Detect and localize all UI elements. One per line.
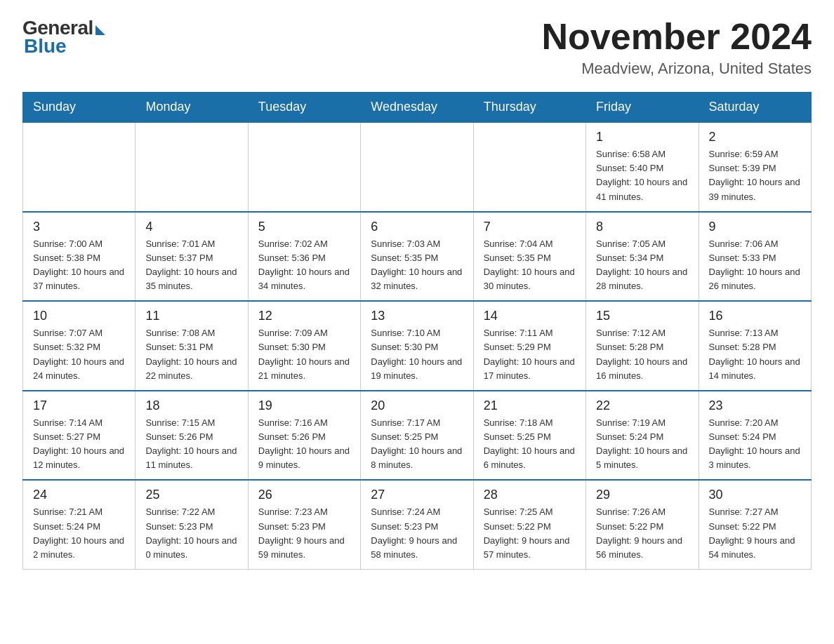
day-info: Sunrise: 7:11 AM Sunset: 5:29 PM Dayligh… (484, 326, 576, 383)
day-number: 21 (484, 398, 576, 413)
day-number: 29 (596, 488, 688, 502)
day-info: Sunrise: 7:27 AM Sunset: 5:22 PM Dayligh… (709, 505, 801, 562)
day-number: 24 (33, 488, 125, 502)
day-info: Sunrise: 7:00 AM Sunset: 5:38 PM Dayligh… (33, 237, 125, 294)
day-number: 13 (371, 309, 463, 323)
day-number: 30 (709, 488, 801, 502)
day-number: 28 (484, 488, 576, 502)
day-number: 18 (145, 398, 237, 413)
day-number: 7 (484, 220, 576, 234)
day-info: Sunrise: 7:16 AM Sunset: 5:26 PM Dayligh… (258, 416, 350, 473)
day-info: Sunrise: 7:21 AM Sunset: 5:24 PM Dayligh… (33, 505, 125, 562)
month-title: November 2024 (542, 17, 812, 57)
calendar-cell (248, 122, 360, 212)
calendar-cell: 6Sunrise: 7:03 AM Sunset: 5:35 PM Daylig… (361, 212, 473, 302)
calendar-cell: 5Sunrise: 7:02 AM Sunset: 5:36 PM Daylig… (248, 212, 360, 302)
day-info: Sunrise: 7:19 AM Sunset: 5:24 PM Dayligh… (596, 416, 688, 473)
calendar-cell: 22Sunrise: 7:19 AM Sunset: 5:24 PM Dayli… (586, 391, 699, 481)
calendar-cell: 18Sunrise: 7:15 AM Sunset: 5:26 PM Dayli… (135, 391, 248, 481)
calendar-cell: 4Sunrise: 7:01 AM Sunset: 5:37 PM Daylig… (135, 212, 248, 302)
day-info: Sunrise: 7:15 AM Sunset: 5:26 PM Dayligh… (145, 416, 237, 473)
calendar-cell (361, 122, 473, 212)
day-number: 2 (709, 130, 801, 145)
day-info: Sunrise: 7:02 AM Sunset: 5:36 PM Dayligh… (258, 237, 350, 294)
logo: General Blue (22, 17, 105, 58)
calendar-cell: 23Sunrise: 7:20 AM Sunset: 5:24 PM Dayli… (699, 391, 811, 481)
day-info: Sunrise: 7:23 AM Sunset: 5:23 PM Dayligh… (258, 505, 350, 562)
calendar-cell (473, 122, 585, 212)
calendar-cell: 10Sunrise: 7:07 AM Sunset: 5:32 PM Dayli… (23, 301, 135, 391)
day-number: 16 (709, 309, 801, 323)
day-number: 22 (596, 398, 688, 413)
calendar-week-row: 24Sunrise: 7:21 AM Sunset: 5:24 PM Dayli… (23, 480, 812, 569)
day-info: Sunrise: 7:18 AM Sunset: 5:25 PM Dayligh… (484, 416, 576, 473)
day-info: Sunrise: 7:13 AM Sunset: 5:28 PM Dayligh… (709, 326, 801, 383)
calendar-cell: 19Sunrise: 7:16 AM Sunset: 5:26 PM Dayli… (248, 391, 360, 481)
column-header-thursday: Thursday (473, 93, 585, 123)
day-number: 12 (258, 309, 350, 323)
calendar-cell: 8Sunrise: 7:05 AM Sunset: 5:34 PM Daylig… (586, 212, 699, 302)
day-info: Sunrise: 7:06 AM Sunset: 5:33 PM Dayligh… (709, 237, 801, 294)
day-info: Sunrise: 7:07 AM Sunset: 5:32 PM Dayligh… (33, 326, 125, 383)
calendar-header-row: SundayMondayTuesdayWednesdayThursdayFrid… (23, 93, 812, 123)
calendar-cell: 17Sunrise: 7:14 AM Sunset: 5:27 PM Dayli… (23, 391, 135, 481)
day-info: Sunrise: 7:17 AM Sunset: 5:25 PM Dayligh… (371, 416, 463, 473)
column-header-wednesday: Wednesday (361, 93, 473, 123)
calendar-cell: 30Sunrise: 7:27 AM Sunset: 5:22 PM Dayli… (699, 480, 811, 569)
day-info: Sunrise: 7:25 AM Sunset: 5:22 PM Dayligh… (484, 505, 576, 562)
calendar-cell: 20Sunrise: 7:17 AM Sunset: 5:25 PM Dayli… (361, 391, 473, 481)
day-number: 8 (596, 220, 688, 234)
column-header-tuesday: Tuesday (248, 93, 360, 123)
logo-blue-text: Blue (24, 35, 67, 58)
day-number: 5 (258, 220, 350, 234)
logo-arrow-icon (95, 25, 105, 35)
day-number: 26 (258, 488, 350, 502)
day-number: 20 (371, 398, 463, 413)
location-subtitle: Meadview, Arizona, United States (542, 60, 812, 78)
calendar-cell: 12Sunrise: 7:09 AM Sunset: 5:30 PM Dayli… (248, 301, 360, 391)
day-info: Sunrise: 7:05 AM Sunset: 5:34 PM Dayligh… (596, 237, 688, 294)
calendar-cell: 24Sunrise: 7:21 AM Sunset: 5:24 PM Dayli… (23, 480, 135, 569)
calendar-cell: 13Sunrise: 7:10 AM Sunset: 5:30 PM Dayli… (361, 301, 473, 391)
calendar-week-row: 17Sunrise: 7:14 AM Sunset: 5:27 PM Dayli… (23, 391, 812, 481)
day-number: 11 (145, 309, 237, 323)
column-header-saturday: Saturday (699, 93, 811, 123)
day-number: 27 (371, 488, 463, 502)
calendar-cell: 15Sunrise: 7:12 AM Sunset: 5:28 PM Dayli… (586, 301, 699, 391)
calendar-cell: 28Sunrise: 7:25 AM Sunset: 5:22 PM Dayli… (473, 480, 585, 569)
day-info: Sunrise: 7:20 AM Sunset: 5:24 PM Dayligh… (709, 416, 801, 473)
day-info: Sunrise: 7:24 AM Sunset: 5:23 PM Dayligh… (371, 505, 463, 562)
calendar-cell: 25Sunrise: 7:22 AM Sunset: 5:23 PM Dayli… (135, 480, 248, 569)
title-area: November 2024 Meadview, Arizona, United … (542, 17, 812, 78)
day-info: Sunrise: 7:03 AM Sunset: 5:35 PM Dayligh… (371, 237, 463, 294)
calendar-cell: 29Sunrise: 7:26 AM Sunset: 5:22 PM Dayli… (586, 480, 699, 569)
day-number: 25 (145, 488, 237, 502)
calendar-week-row: 10Sunrise: 7:07 AM Sunset: 5:32 PM Dayli… (23, 301, 812, 391)
day-info: Sunrise: 7:08 AM Sunset: 5:31 PM Dayligh… (145, 326, 237, 383)
column-header-sunday: Sunday (23, 93, 135, 123)
day-info: Sunrise: 7:12 AM Sunset: 5:28 PM Dayligh… (596, 326, 688, 383)
day-number: 15 (596, 309, 688, 323)
calendar-cell: 16Sunrise: 7:13 AM Sunset: 5:28 PM Dayli… (699, 301, 811, 391)
day-number: 19 (258, 398, 350, 413)
day-info: Sunrise: 6:58 AM Sunset: 5:40 PM Dayligh… (596, 147, 688, 204)
calendar-week-row: 1Sunrise: 6:58 AM Sunset: 5:40 PM Daylig… (23, 122, 812, 212)
calendar-table: SundayMondayTuesdayWednesdayThursdayFrid… (22, 92, 812, 570)
day-number: 3 (33, 220, 125, 234)
calendar-week-row: 3Sunrise: 7:00 AM Sunset: 5:38 PM Daylig… (23, 212, 812, 302)
day-info: Sunrise: 7:04 AM Sunset: 5:35 PM Dayligh… (484, 237, 576, 294)
calendar-cell: 1Sunrise: 6:58 AM Sunset: 5:40 PM Daylig… (586, 122, 699, 212)
calendar-cell: 21Sunrise: 7:18 AM Sunset: 5:25 PM Dayli… (473, 391, 585, 481)
calendar-cell: 14Sunrise: 7:11 AM Sunset: 5:29 PM Dayli… (473, 301, 585, 391)
calendar-cell: 26Sunrise: 7:23 AM Sunset: 5:23 PM Dayli… (248, 480, 360, 569)
day-number: 6 (371, 220, 463, 234)
day-info: Sunrise: 6:59 AM Sunset: 5:39 PM Dayligh… (709, 147, 801, 204)
day-info: Sunrise: 7:14 AM Sunset: 5:27 PM Dayligh… (33, 416, 125, 473)
calendar-cell: 2Sunrise: 6:59 AM Sunset: 5:39 PM Daylig… (699, 122, 811, 212)
day-number: 14 (484, 309, 576, 323)
day-info: Sunrise: 7:09 AM Sunset: 5:30 PM Dayligh… (258, 326, 350, 383)
column-header-monday: Monday (135, 93, 248, 123)
day-info: Sunrise: 7:10 AM Sunset: 5:30 PM Dayligh… (371, 326, 463, 383)
day-number: 17 (33, 398, 125, 413)
day-number: 10 (33, 309, 125, 323)
